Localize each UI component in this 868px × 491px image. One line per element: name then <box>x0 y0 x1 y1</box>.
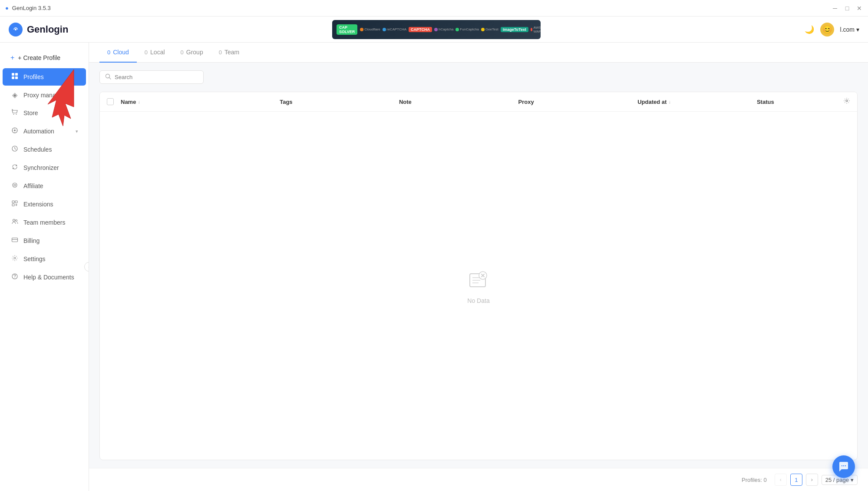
settings-icon <box>10 255 19 263</box>
sidebar-profiles-label: Profiles <box>23 73 44 80</box>
sidebar-item-schedules[interactable]: Schedules <box>3 141 86 158</box>
create-profile-button[interactable]: + + Create Profile <box>3 50 86 66</box>
svg-rect-19 <box>12 204 14 206</box>
logo-icon <box>9 23 23 36</box>
svg-point-29 <box>846 100 848 102</box>
sidebar-item-help[interactable]: Help & Documents <box>3 269 86 286</box>
search-bar[interactable] <box>99 70 204 84</box>
svg-point-20 <box>13 219 15 222</box>
sidebar-synchronizer-label: Synchronizer <box>23 164 59 171</box>
sidebar-item-settings[interactable]: Settings <box>3 250 86 268</box>
sidebar-item-billing[interactable]: Billing <box>3 232 86 249</box>
sidebar-settings-label: Settings <box>23 255 46 262</box>
svg-point-7 <box>16 114 17 115</box>
svg-point-9 <box>14 129 16 131</box>
sidebar-item-team-members[interactable]: Team members <box>3 214 86 231</box>
column-status: Status <box>757 99 836 105</box>
tabs-bar: 0 Cloud 0 Local 0 Group 0 Team <box>89 43 868 63</box>
synchronizer-icon <box>10 163 19 172</box>
svg-line-28 <box>109 78 111 80</box>
dark-mode-toggle[interactable]: 🌙 <box>805 25 814 34</box>
search-input[interactable] <box>115 74 198 80</box>
chevron-down-icon: ▾ <box>856 26 859 33</box>
banner-image[interactable]: CAP SOLVER Cloudflare reCAPTCHA CAPTCHA … <box>332 20 541 39</box>
svg-point-21 <box>16 220 17 222</box>
profiles-table: Name ↓ Tags Note Proxy Upd <box>99 92 858 460</box>
sidebar-item-synchronizer[interactable]: Synchronizer <box>3 159 86 176</box>
tab-local[interactable]: 0 Local <box>137 43 173 63</box>
extensions-icon <box>10 200 19 209</box>
column-updated-at[interactable]: Updated at ↓ <box>637 99 757 105</box>
help-icon <box>10 273 19 282</box>
store-icon <box>10 109 19 117</box>
maximize-button[interactable]: □ <box>844 5 851 12</box>
sidebar-item-affiliate[interactable]: Affiliate <box>3 177 86 195</box>
svg-rect-3 <box>15 73 18 76</box>
column-settings-gear[interactable] <box>836 97 850 106</box>
svg-point-24 <box>14 257 16 259</box>
minimize-button[interactable]: ─ <box>832 5 838 12</box>
avatar[interactable]: 😊 <box>820 23 834 36</box>
app-logo: Genlogin <box>9 23 68 36</box>
tab-cloud[interactable]: 0 Cloud <box>99 43 137 63</box>
proxy-icon: ◈ <box>10 91 19 99</box>
sidebar-extensions-label: Extensions <box>23 201 53 208</box>
next-page-button[interactable]: › <box>806 474 818 486</box>
per-page-chevron: ▾ <box>851 477 854 483</box>
pagination-bar: Profiles: 0 ‹ 1 › 25 / page ▾ <box>89 468 868 491</box>
svg-rect-5 <box>15 76 18 79</box>
updated-sort-icon: ↓ <box>668 99 671 104</box>
affiliate-icon <box>10 182 19 190</box>
sidebar-item-profiles[interactable]: Profiles <box>3 68 86 86</box>
sidebar-item-automation[interactable]: Automation ▾ <box>3 123 86 140</box>
close-button[interactable]: ✕ <box>856 5 863 12</box>
name-sort-icon: ↓ <box>138 99 140 104</box>
sidebar-proxy-label: Proxy manager <box>23 92 65 99</box>
page-content: 0 Cloud 0 Local 0 Group 0 Team <box>89 43 868 491</box>
svg-point-6 <box>13 114 14 115</box>
svg-point-37 <box>842 465 842 466</box>
chat-button[interactable] <box>832 455 855 478</box>
svg-point-16 <box>14 184 16 186</box>
prev-page-button[interactable]: ‹ <box>775 474 787 486</box>
app-layout: Genlogin CAP SOLVER Cloudflare reCAPTCHA… <box>0 17 868 491</box>
title-bar: ● GenLogin 3.5.3 ─ □ ✕ <box>0 0 868 17</box>
column-name[interactable]: Name ↓ <box>121 99 280 105</box>
sidebar-affiliate-label: Affiliate <box>23 182 43 189</box>
svg-point-39 <box>845 465 846 466</box>
svg-point-15 <box>13 183 17 187</box>
column-tags: Tags <box>280 99 399 105</box>
tab-group[interactable]: 0 Group <box>173 43 211 63</box>
svg-rect-17 <box>12 201 14 203</box>
title-bar-app-name: ● GenLogin 3.5.3 <box>5 5 51 11</box>
svg-rect-18 <box>15 201 17 203</box>
svg-point-26 <box>14 278 15 279</box>
top-bar-right: 🌙 😊 l.com ▾ <box>805 23 859 36</box>
sidebar-item-extensions[interactable]: Extensions <box>3 196 86 213</box>
empty-state: No Data <box>100 112 857 460</box>
svg-rect-2 <box>12 73 14 76</box>
svg-rect-22 <box>12 238 18 242</box>
sidebar: + + Create Profile Profiles ◈ Pr <box>0 43 89 491</box>
automation-expand-icon: ▾ <box>76 129 78 134</box>
table-header: Name ↓ Tags Note Proxy Upd <box>100 92 857 112</box>
sidebar-item-store[interactable]: Store <box>3 104 86 122</box>
search-icon <box>105 73 111 81</box>
sidebar-item-proxy-manager[interactable]: ◈ Proxy manager <box>3 86 86 103</box>
current-page[interactable]: 1 <box>790 474 802 486</box>
select-all-checkbox[interactable] <box>107 98 121 105</box>
sidebar-automation-label: Automation <box>23 128 54 135</box>
tab-team[interactable]: 0 Team <box>211 43 247 63</box>
main-content: + + Create Profile Profiles ◈ Pr <box>0 43 868 491</box>
svg-point-38 <box>843 465 844 466</box>
schedules-icon <box>10 145 19 154</box>
column-note: Note <box>399 99 518 105</box>
banner-content: CAP SOLVER Cloudflare reCAPTCHA CAPTCHA … <box>332 24 541 35</box>
sidebar-team-members-label: Team members <box>23 219 65 226</box>
sidebar-billing-label: Billing <box>23 237 40 244</box>
sidebar-help-label: Help & Documents <box>23 274 74 281</box>
column-proxy: Proxy <box>518 99 638 105</box>
banner-container[interactable]: CAP SOLVER Cloudflare reCAPTCHA CAPTCHA … <box>68 20 804 39</box>
user-menu[interactable]: l.com ▾ <box>840 26 859 33</box>
profiles-count: Profiles: 0 <box>742 477 767 483</box>
